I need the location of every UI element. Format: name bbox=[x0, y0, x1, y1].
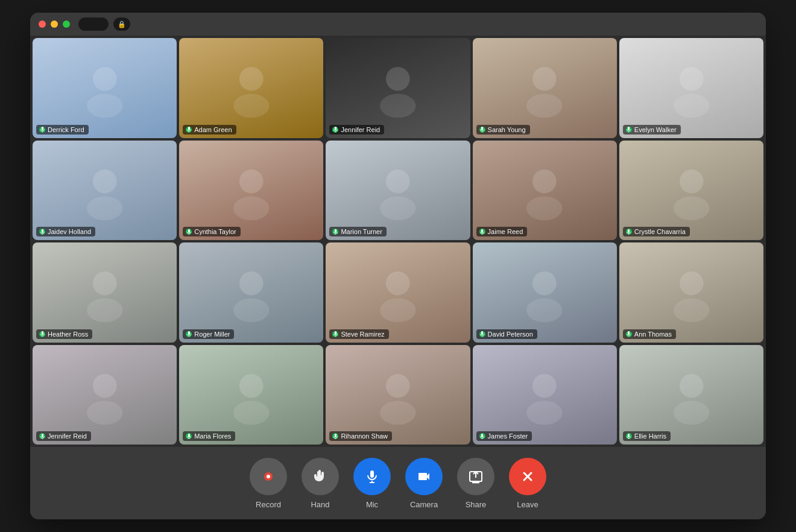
mic-indicator-10 bbox=[626, 229, 632, 235]
person-silhouette-15 bbox=[648, 262, 735, 322]
svg-point-56 bbox=[680, 271, 704, 296]
svg-rect-38 bbox=[628, 229, 630, 233]
svg-rect-2 bbox=[42, 127, 43, 130]
person-silhouette-12 bbox=[208, 262, 295, 322]
video-tile-15: Ann Thomas bbox=[619, 242, 763, 343]
person-silhouette-1 bbox=[62, 58, 148, 118]
titlebar-pill bbox=[78, 17, 109, 31]
mic-icon-14 bbox=[480, 331, 484, 337]
record-button[interactable] bbox=[250, 458, 287, 495]
svg-point-16 bbox=[680, 67, 704, 91]
ctrl-item-hand[interactable]: Hand bbox=[302, 458, 339, 509]
mic-icon-2 bbox=[187, 127, 191, 132]
participant-name-11: Heather Ross bbox=[48, 331, 88, 338]
participant-name-6: Jaidev Holland bbox=[48, 228, 91, 235]
mic-icon-9 bbox=[480, 229, 484, 235]
svg-point-45 bbox=[233, 299, 270, 323]
name-badge-16: Jennifer Reid bbox=[36, 431, 91, 441]
name-badge-8: Marion Turner bbox=[329, 227, 386, 236]
person-silhouette-7 bbox=[208, 160, 295, 220]
share-icon bbox=[469, 469, 483, 484]
svg-point-24 bbox=[239, 169, 264, 193]
mic-indicator-8 bbox=[332, 229, 338, 235]
video-tile-13: Steve Ramirez bbox=[326, 242, 470, 343]
share-label: Share bbox=[466, 500, 487, 509]
mic-indicator-16 bbox=[39, 433, 45, 439]
svg-point-29 bbox=[380, 196, 416, 220]
svg-point-12 bbox=[532, 67, 557, 91]
mic-indicator-19 bbox=[479, 433, 485, 439]
svg-rect-82 bbox=[370, 470, 374, 478]
video-tile-4: Sarah Young bbox=[473, 38, 617, 138]
video-tile-6: Jaidev Holland bbox=[33, 141, 177, 241]
ctrl-item-share[interactable]: Share bbox=[457, 458, 494, 509]
hand-icon bbox=[313, 469, 327, 484]
svg-point-9 bbox=[380, 94, 416, 118]
svg-point-49 bbox=[380, 299, 416, 323]
person-silhouette-18 bbox=[355, 365, 441, 425]
mic-icon-11 bbox=[40, 331, 45, 337]
fullscreen-button[interactable] bbox=[63, 21, 70, 28]
svg-rect-46 bbox=[188, 331, 190, 335]
svg-point-65 bbox=[233, 401, 270, 425]
participant-name-20: Ellie Harris bbox=[634, 432, 666, 440]
svg-rect-26 bbox=[188, 229, 190, 233]
close-button[interactable] bbox=[39, 21, 46, 28]
mic-indicator-6 bbox=[39, 229, 45, 235]
svg-point-76 bbox=[680, 373, 704, 397]
svg-rect-6 bbox=[188, 127, 190, 130]
person-silhouette-14 bbox=[501, 262, 588, 322]
mic-button[interactable] bbox=[353, 458, 391, 495]
svg-point-32 bbox=[532, 169, 557, 193]
name-badge-1: Derrick Ford bbox=[36, 125, 89, 135]
video-tile-12: Roger Miller bbox=[179, 242, 323, 343]
name-badge-5: Evelyn Walker bbox=[623, 125, 681, 135]
participant-name-2: Adam Green bbox=[194, 126, 232, 133]
svg-rect-18 bbox=[628, 127, 630, 130]
svg-point-36 bbox=[680, 169, 704, 193]
video-tile-1: Derrick Ford bbox=[33, 38, 177, 138]
ctrl-item-leave[interactable]: Leave bbox=[509, 458, 546, 509]
video-tile-8: Marion Turner bbox=[326, 141, 470, 241]
svg-point-57 bbox=[674, 299, 710, 323]
person-silhouette-4 bbox=[501, 58, 588, 118]
mic-indicator-14 bbox=[479, 331, 485, 337]
video-tile-20: Ellie Harris bbox=[619, 345, 763, 445]
ctrl-item-mic[interactable]: Mic bbox=[353, 458, 391, 509]
svg-rect-78 bbox=[628, 434, 630, 437]
svg-point-8 bbox=[386, 67, 410, 91]
share-button[interactable] bbox=[457, 458, 494, 495]
mic-indicator-12 bbox=[186, 331, 192, 337]
ctrl-item-camera[interactable]: Camera bbox=[405, 458, 443, 509]
svg-point-5 bbox=[233, 94, 270, 118]
person-silhouette-16 bbox=[62, 365, 148, 425]
mic-indicator-17 bbox=[186, 433, 192, 439]
svg-rect-34 bbox=[481, 229, 483, 233]
participant-name-9: Jaime Reed bbox=[488, 228, 523, 235]
person-silhouette-3 bbox=[355, 58, 441, 118]
svg-rect-42 bbox=[42, 331, 43, 335]
camera-button[interactable] bbox=[405, 458, 443, 495]
svg-point-60 bbox=[93, 373, 117, 397]
mic-icon-6 bbox=[40, 229, 45, 235]
svg-point-44 bbox=[239, 271, 264, 296]
name-badge-9: Jaime Reed bbox=[476, 227, 528, 236]
ctrl-item-record[interactable]: Record bbox=[250, 458, 287, 509]
person-silhouette-5 bbox=[648, 58, 735, 118]
minimize-button[interactable] bbox=[51, 21, 58, 28]
person-silhouette-11 bbox=[62, 262, 148, 322]
name-badge-20: Ellie Harris bbox=[623, 431, 671, 441]
mic-icon-7 bbox=[187, 229, 191, 235]
person-silhouette-8 bbox=[355, 160, 441, 220]
lock-icon: 🔒 bbox=[113, 17, 130, 31]
participant-name-14: David Peterson bbox=[488, 331, 533, 338]
hand-button[interactable] bbox=[302, 458, 339, 495]
video-tile-3: Jennifer Reid bbox=[326, 38, 470, 138]
svg-point-77 bbox=[674, 401, 710, 425]
leave-button[interactable] bbox=[509, 458, 546, 495]
mic-indicator-3 bbox=[332, 127, 338, 133]
participant-name-7: Cynthia Taylor bbox=[194, 228, 236, 235]
mic-label: Mic bbox=[366, 500, 378, 509]
svg-point-0 bbox=[93, 67, 117, 91]
svg-rect-14 bbox=[481, 127, 483, 130]
